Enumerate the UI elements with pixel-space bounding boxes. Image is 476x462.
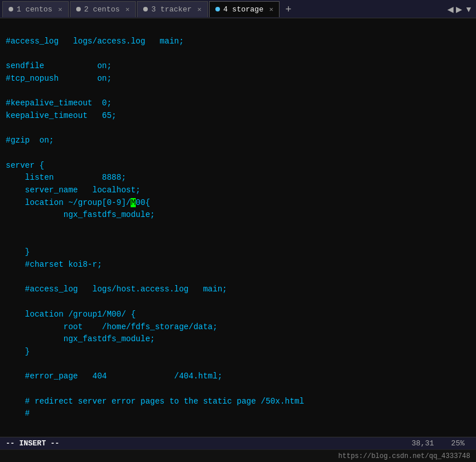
tab-4-close[interactable]: ✕: [269, 5, 273, 14]
line-hash: #: [6, 408, 470, 420]
line-blank-2: [6, 48, 470, 60]
line-root: root /home/fdfs_storage/data;: [6, 321, 470, 334]
cursor-position: 38,31: [412, 439, 434, 448]
tab-add-button[interactable]: +: [281, 4, 296, 14]
tab-nav-next[interactable]: ▶: [456, 5, 462, 14]
url-text: https://blog.csdn.net/qq_4333748: [339, 452, 470, 460]
tab-3-close[interactable]: ✕: [198, 5, 202, 14]
line-tcp-nopush: #tcp_nopush on;: [6, 73, 470, 85]
line-blank-11: [6, 383, 470, 396]
line-error-page-comment: #error_page 404 /404.html;: [6, 370, 470, 383]
line-location-group1: location /group1/M00/ {: [6, 309, 470, 321]
line-sendfile: sendfile on;: [6, 60, 470, 73]
line-blank-9: [6, 296, 470, 309]
tab-nav-prev[interactable]: ◀: [447, 5, 454, 14]
line-keepalive-comment: #keepalive_timeout 0;: [6, 97, 470, 110]
tab-nav-menu[interactable]: ▼: [465, 5, 473, 14]
tab-1-centos[interactable]: 1 centos ✕: [2, 1, 69, 17]
insert-mode-indicator: -- INSERT --: [6, 439, 60, 448]
line-blank-3: [6, 85, 470, 97]
tab-3-tracker[interactable]: 3 tracker ✕: [137, 1, 207, 17]
line-blank-5: [6, 147, 470, 160]
line-blank-10: [6, 358, 470, 371]
line-ngx-fastdfs-2: ngx_fastdfs_module;: [6, 333, 470, 346]
line-redirect-comment: # redirect server error pages to the sta…: [6, 396, 470, 408]
line-charset-comment: #charset koi8-r;: [6, 259, 470, 271]
line-blank-7: [6, 234, 470, 247]
tab-bar: 1 centos ✕ 2 centos ✕ 3 tracker ✕ 4 stor…: [0, 0, 476, 18]
line-blank-1: [6, 23, 470, 35]
editor-area[interactable]: #access_log logs/access.log main; sendfi…: [0, 18, 476, 437]
line-close-brace2: }: [6, 346, 470, 358]
line-ngx-fastdfs-1: ngx_fastdfs_module;: [6, 209, 470, 222]
scroll-percent: 25%: [451, 439, 465, 448]
line-access-log-comment: #access_log logs/access.log main;: [6, 35, 470, 48]
tab-1-close[interactable]: ✕: [58, 5, 62, 14]
tab-4-storage[interactable]: 4 storage ✕: [209, 1, 280, 17]
line-keepalive: keepalive_timeout 65;: [6, 110, 470, 123]
line-gzip: #gzip on;: [6, 135, 470, 147]
line-blank-4: [6, 123, 470, 135]
line-location-regex: location ~/group[0-9]/M00{: [6, 197, 470, 210]
tab-2-centos[interactable]: 2 centos ✕: [70, 1, 136, 17]
line-listen: listen 8888;: [6, 172, 470, 184]
line-server-name: server_name localhost;: [6, 184, 470, 197]
url-bar: https://blog.csdn.net/qq_4333748: [0, 449, 476, 462]
line-access-log-comment2: #access_log logs/host.access.log main;: [6, 283, 470, 296]
status-bar: -- INSERT -- 38,31 25%: [0, 437, 476, 449]
tab-2-close[interactable]: ✕: [125, 5, 129, 14]
line-close-brace: }: [6, 246, 470, 259]
line-blank-6: [6, 222, 470, 234]
line-blank-8: [6, 271, 470, 284]
line-server-open: server {: [6, 160, 470, 172]
